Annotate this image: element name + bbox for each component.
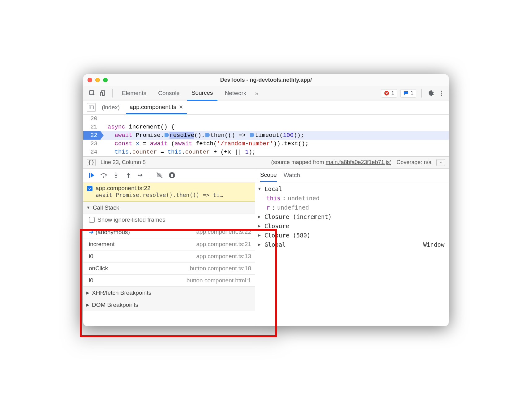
scope-item[interactable]: ▼Local	[258, 184, 444, 193]
messages-count: 1	[410, 90, 414, 97]
settings-icon[interactable]	[427, 89, 435, 97]
step-out-icon[interactable]	[125, 172, 132, 179]
code-content: const x = await (await fetch('/random-nu…	[101, 140, 309, 148]
paused-location: app.component.ts:22	[96, 185, 223, 192]
svg-rect-14	[171, 174, 172, 177]
scope-watch-tabs: Scope Watch	[255, 169, 449, 182]
source-map-info: (source mapped from main.fa8bfa0e23f1eb7…	[271, 159, 392, 166]
coverage-info: Coverage: n/a	[397, 159, 431, 166]
tab-elements[interactable]: Elements	[118, 86, 151, 101]
call-stack-frame[interactable]: ➔(anonymous)app.component.ts:22	[83, 226, 255, 238]
svg-rect-15	[172, 174, 173, 177]
svg-rect-7	[89, 106, 93, 109]
svg-point-11	[128, 177, 129, 178]
line-number[interactable]: 23	[83, 140, 101, 148]
deactivate-breakpoints-icon[interactable]	[156, 172, 163, 179]
tab-scope[interactable]: Scope	[260, 169, 277, 182]
close-tab-icon[interactable]: ✕	[179, 104, 183, 111]
xhr-breakpoints-header[interactable]: ▶XHR/fetch Breakpoints	[83, 287, 255, 299]
devtools-window: DevTools - ng-devtools.netlify.app/ Elem…	[83, 74, 449, 326]
tab-network[interactable]: Network	[221, 86, 251, 101]
breakpoint-enabled-checkbox[interactable]	[87, 186, 92, 191]
debugger-panel: app.component.ts:22 await Promise.resolv…	[83, 169, 449, 326]
errors-badge[interactable]: 1	[381, 89, 397, 98]
svg-point-10	[115, 177, 117, 178]
show-ignore-listed-row[interactable]: Show ignore-listed frames	[83, 214, 255, 226]
errors-count: 1	[391, 90, 394, 97]
resume-icon[interactable]	[88, 172, 95, 179]
scope-variable[interactable]: r: undefined	[258, 203, 444, 212]
debug-toolbar	[83, 169, 255, 182]
tab-console[interactable]: Console	[154, 86, 184, 101]
pause-on-exceptions-icon[interactable]	[168, 172, 176, 179]
call-stack-frame[interactable]: onClickbutton.component.ts:18	[83, 263, 255, 275]
source-map-link[interactable]: main.fa8bfa0e23f1eb71.js	[326, 159, 390, 165]
scope-variable[interactable]: this: undefined	[258, 193, 444, 203]
line-number[interactable]: 22	[83, 131, 101, 140]
call-stack-header[interactable]: ▼Call Stack	[83, 202, 255, 214]
more-tabs-icon[interactable]: »	[254, 90, 260, 97]
file-tabs-bar: (index) app.component.ts ✕	[83, 101, 449, 115]
step-over-icon[interactable]	[100, 172, 107, 179]
inspect-element-icon[interactable]	[88, 89, 96, 97]
kebab-menu-icon[interactable]	[438, 89, 446, 97]
source-editor[interactable]: 2021 async increment() {22 await Promise…	[83, 115, 449, 156]
main-toolbar: Elements Console Sources Network » 1 1	[83, 86, 449, 101]
code-content: await Promise.resolve().then(() => timeo…	[101, 131, 304, 140]
line-number[interactable]: 20	[83, 115, 101, 123]
tab-sources[interactable]: Sources	[187, 86, 217, 101]
scope-item[interactable]: ▶Closure (increment)	[258, 212, 444, 221]
dom-breakpoints-header[interactable]: ▶DOM Breakpoints	[83, 299, 255, 311]
titlebar: DevTools - ng-devtools.netlify.app/	[83, 74, 449, 86]
call-stack-frame[interactable]: i0app.component.ts:13	[83, 250, 255, 263]
file-tab-index[interactable]: (index)	[98, 101, 123, 114]
coverage-toggle-icon[interactable]	[436, 159, 445, 166]
svg-point-9	[103, 176, 104, 178]
debugger-left-pane: app.component.ts:22 await Promise.resolv…	[83, 169, 255, 326]
scope-item[interactable]: ▶Closure (580)	[258, 231, 444, 240]
svg-point-12	[138, 175, 139, 176]
code-content: this.counter = this.counter + (+x || 1);	[101, 148, 256, 156]
window-title: DevTools - ng-devtools.netlify.app/	[83, 77, 449, 83]
file-tab-app-component[interactable]: app.component.ts ✕	[126, 101, 187, 114]
step-icon[interactable]	[137, 172, 144, 179]
code-line[interactable]: 20	[83, 115, 449, 123]
call-stack-frame[interactable]: incrementapp.component.ts:21	[83, 238, 255, 250]
scope-tree[interactable]: ▼Localthis: undefinedr: undefined▶Closur…	[255, 182, 449, 254]
svg-point-13	[169, 172, 175, 178]
code-line[interactable]: 24 this.counter = this.counter + (+x || …	[83, 148, 449, 156]
line-number[interactable]: 24	[83, 148, 101, 156]
svg-point-5	[441, 93, 442, 94]
paused-snippet: await Promise.resolve().then(() => ti…	[96, 192, 223, 198]
step-into-icon[interactable]	[112, 172, 120, 179]
tab-watch[interactable]: Watch	[284, 172, 300, 179]
code-line[interactable]: 23 const x = await (await fetch('/random…	[83, 140, 449, 148]
debugger-right-pane: Scope Watch ▼Localthis: undefinedr: unde…	[255, 169, 449, 326]
svg-point-4	[441, 91, 442, 92]
show-ignore-listed-checkbox[interactable]	[89, 217, 95, 223]
line-number[interactable]: 21	[83, 123, 101, 131]
scope-item[interactable]: ▶GlobalWindow	[258, 240, 444, 249]
scope-item[interactable]: ▶Closure	[258, 221, 444, 231]
navigator-toggle-icon[interactable]	[87, 103, 96, 112]
svg-rect-8	[89, 173, 90, 178]
pretty-print-icon[interactable]: {}	[87, 159, 96, 166]
code-content: async increment() {	[101, 123, 174, 131]
paused-on-breakpoint-message: app.component.ts:22 await Promise.resolv…	[83, 182, 255, 202]
device-toggle-icon[interactable]	[99, 89, 107, 97]
svg-rect-2	[101, 92, 102, 96]
svg-point-6	[441, 95, 442, 96]
code-line[interactable]: 22 await Promise.resolve().then(() => ti…	[83, 131, 449, 140]
call-stack-frame[interactable]: i0button.component.html:1	[83, 275, 255, 287]
cursor-position: Line 23, Column 5	[101, 159, 146, 166]
code-line[interactable]: 21 async increment() {	[83, 123, 449, 131]
messages-badge[interactable]: 1	[400, 89, 416, 98]
source-status-bar: {} Line 23, Column 5 (source mapped from…	[83, 156, 449, 169]
